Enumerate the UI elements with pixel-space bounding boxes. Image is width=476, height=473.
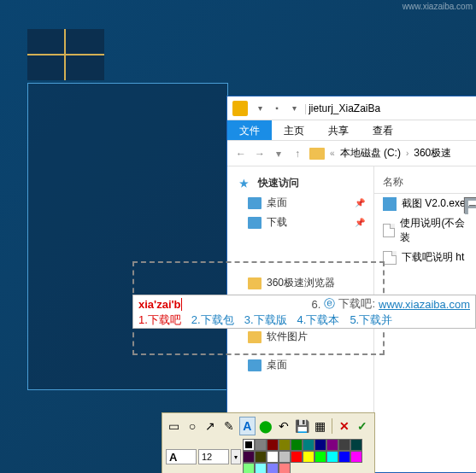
nav-desktop2[interactable]: 桌面: [231, 355, 370, 375]
color-swatch[interactable]: [255, 451, 267, 463]
txt-icon: [383, 224, 395, 237]
color-swatch[interactable]: [243, 463, 255, 473]
confirm-button[interactable]: ✓: [355, 417, 371, 435]
color-swatch[interactable]: [338, 439, 350, 451]
cancel-button[interactable]: ✕: [336, 417, 352, 435]
color-swatch[interactable]: [279, 463, 291, 473]
forward-icon[interactable]: →: [253, 147, 267, 161]
nav-label: 360极速浏览器: [267, 276, 335, 290]
up-icon[interactable]: ↑: [291, 147, 304, 161]
copy-button[interactable]: ▦: [312, 417, 328, 435]
ime-candidate[interactable]: 3.下载版: [244, 312, 287, 328]
separator: [332, 418, 332, 434]
color-swatch[interactable]: [303, 451, 314, 463]
ellipse-tool-button[interactable]: ○: [184, 417, 200, 435]
ime-hint-link[interactable]: www.xiazaiba.com: [379, 298, 470, 311]
ime-candidate[interactable]: 2.下载包: [191, 312, 234, 328]
windows-logo: [27, 29, 104, 80]
highlight-tool-button[interactable]: ⬤: [257, 417, 273, 435]
arrow-tool-button[interactable]: ↗: [203, 417, 219, 435]
nav-downloads[interactable]: 下载📌: [231, 213, 370, 232]
color-swatch[interactable]: [267, 451, 279, 463]
nav-label: 桌面: [267, 358, 287, 372]
ime-hint-num: 6.: [312, 298, 321, 311]
brush-tool-button[interactable]: ✎: [220, 417, 237, 435]
nav-desktop[interactable]: 桌面📌: [231, 193, 370, 213]
breadcrumb[interactable]: 360极速: [414, 146, 451, 161]
file-name: 截图 V2.0.exe: [402, 196, 466, 211]
free-title: Free: [463, 193, 476, 220]
dropdown-icon[interactable]: ▾: [231, 449, 241, 464]
nav-quick-access[interactable]: ★快速访问: [231, 173, 370, 193]
color-swatch[interactable]: [243, 439, 255, 451]
watermark: www.xiazaiba.com: [403, 2, 473, 11]
nav-label: 下载: [267, 215, 287, 230]
dropdown-icon[interactable]: ▾: [251, 100, 268, 117]
chevron-icon[interactable]: «: [330, 149, 335, 158]
toolbar-row-2: A 12 ▾: [164, 437, 373, 473]
ime-input-row: xia'zai'b 6. ⓔ 下载吧: www.xiazaiba.com: [133, 295, 475, 312]
breadcrumb[interactable]: 本地磁盘 (C:): [340, 146, 401, 161]
undo-button[interactable]: ↶: [275, 417, 291, 435]
ime-candidate[interactable]: 5.下载并: [350, 312, 392, 328]
ime-panel[interactable]: xia'zai'b 6. ⓔ 下载吧: www.xiazaiba.com 1.下…: [132, 295, 476, 329]
folder-icon: [248, 331, 262, 343]
address-bar[interactable]: ← → ▾ ↑ « 本地磁盘 (C:) › 360极速: [227, 141, 476, 166]
column-header-name[interactable]: 名称: [374, 172, 476, 194]
color-swatch[interactable]: [350, 451, 362, 463]
ime-hint[interactable]: 6. ⓔ 下载吧: www.xiazaiba.com: [312, 296, 470, 312]
font-selector[interactable]: A 12 ▾: [166, 449, 241, 464]
color-swatch[interactable]: [267, 439, 279, 451]
back-icon[interactable]: ←: [234, 147, 248, 161]
color-swatch[interactable]: [314, 439, 326, 451]
history-dropdown-icon[interactable]: ▾: [272, 147, 285, 161]
folder-icon: [232, 101, 248, 116]
color-swatch[interactable]: [279, 439, 291, 451]
dropdown-icon[interactable]: ▾: [285, 100, 303, 117]
color-swatch[interactable]: [279, 451, 291, 463]
font-letter-box[interactable]: A: [166, 449, 197, 464]
star-icon: ★: [239, 178, 253, 190]
nav-label: 桌面: [267, 196, 287, 210]
color-swatch[interactable]: [243, 451, 255, 463]
nav-360[interactable]: 360极速浏览器: [231, 273, 370, 293]
color-swatch[interactable]: [338, 451, 350, 463]
folder-icon: [309, 148, 325, 160]
save-button[interactable]: 💾: [294, 417, 310, 435]
rect-tool-button[interactable]: ▭: [166, 417, 182, 435]
ime-candidates: 1.下载吧 2.下载包 3.下载版 4.下载本 5.下载并: [133, 312, 475, 328]
history-icon[interactable]: ▪: [268, 100, 285, 117]
color-swatch[interactable]: [255, 439, 267, 451]
font-size-box[interactable]: 12: [198, 449, 229, 464]
file-item[interactable]: 截图 V2.0.exe: [374, 194, 476, 213]
nav-soft[interactable]: 软件图片: [231, 327, 370, 347]
color-swatch[interactable]: [350, 439, 362, 451]
color-swatch[interactable]: [326, 451, 338, 463]
ime-candidate[interactable]: 1.下载吧: [138, 312, 181, 328]
pin-icon[interactable]: 📌: [355, 218, 365, 227]
text-tool-button[interactable]: A: [239, 417, 256, 435]
color-swatch[interactable]: [314, 451, 326, 463]
chevron-icon[interactable]: ›: [406, 149, 408, 158]
tab-view[interactable]: 查看: [361, 120, 405, 140]
capture-toolbar[interactable]: ▭ ○ ↗ ✎ A ⬤ ↶ 💾 ▦ ✕ ✓ A 12 ▾: [162, 412, 375, 473]
tab-file[interactable]: 文件: [227, 120, 272, 140]
ime-candidate[interactable]: 4.下载本: [297, 312, 340, 328]
color-swatch[interactable]: [291, 451, 303, 463]
file-item[interactable]: 使用说明(不会装: [374, 213, 476, 248]
color-swatch[interactable]: [255, 463, 267, 473]
titlebar[interactable]: ▾ ▪ ▾ | jieturj_XiaZaiBa: [227, 96, 476, 120]
tab-share[interactable]: 共享: [316, 120, 361, 140]
color-swatch[interactable]: [303, 439, 314, 451]
color-swatch[interactable]: [291, 439, 303, 451]
txt-icon: [383, 251, 397, 265]
nav-label: 软件图片: [267, 330, 308, 344]
desktop-icon: [248, 197, 262, 209]
separator: |: [304, 102, 307, 114]
pin-icon[interactable]: 📌: [355, 198, 365, 207]
globe-icon: ⓔ: [324, 296, 335, 312]
file-item[interactable]: 下载吧说明 ht: [374, 248, 476, 267]
color-swatch[interactable]: [326, 439, 338, 451]
color-swatch[interactable]: [267, 463, 279, 473]
tab-home[interactable]: 主页: [272, 120, 316, 140]
